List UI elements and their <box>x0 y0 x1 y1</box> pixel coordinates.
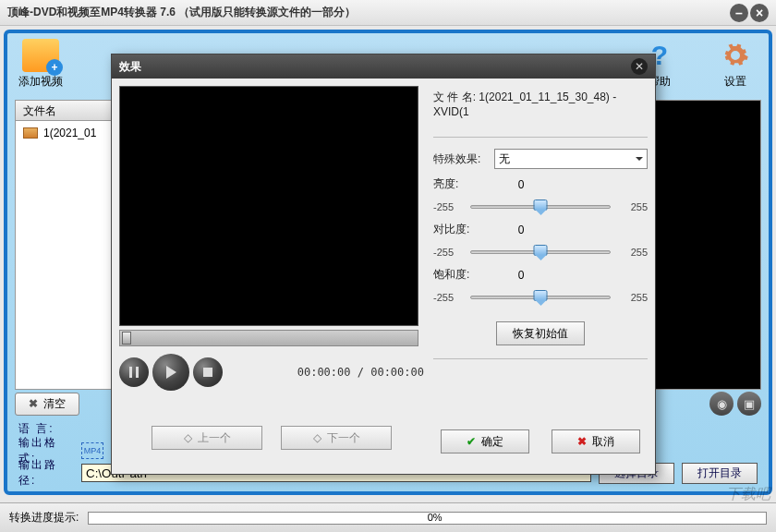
chevron-left-icon: ◇ <box>184 431 192 444</box>
effect-value: 无 <box>499 151 510 167</box>
chevron-right-icon: ◇ <box>313 431 321 444</box>
play-icon <box>164 365 178 380</box>
reset-label: 恢复初始值 <box>513 326 568 342</box>
progress-percent: 0% <box>428 512 443 523</box>
x-icon: ✖ <box>577 435 587 448</box>
dialog-file-info: 文 件 名: 1(2021_01_11_15_30_48) - XVID(1 <box>433 90 648 118</box>
brightness-max: 255 <box>616 201 648 212</box>
svg-marker-2 <box>166 366 176 379</box>
settings-label: 设置 <box>724 74 746 90</box>
ok-label: 确定 <box>481 434 503 450</box>
saturation-thumb[interactable] <box>534 290 548 305</box>
cancel-label: 取消 <box>592 434 614 450</box>
prev-button[interactable]: ◇ 上一个 <box>152 426 262 450</box>
brightness-value: 0 <box>494 178 548 191</box>
file-name: 1(2021_01 <box>43 127 96 139</box>
saturation-max: 255 <box>616 292 648 303</box>
dialog-preview-pane: 00:00:00 / 00:00:00 ◇ 上一个 ◇ 下一个 <box>119 86 424 466</box>
path-label: 输出路径: <box>18 457 74 489</box>
seek-thumb[interactable] <box>122 332 131 345</box>
brightness-label: 亮度: <box>433 176 494 192</box>
stop-icon <box>202 367 213 378</box>
pause-icon <box>128 367 139 378</box>
stop-button[interactable] <box>193 357 223 387</box>
dialog-settings-pane: 文 件 名: 1(2021_01_11_15_30_48) - XVID(1 特… <box>424 86 648 466</box>
contrast-label: 对比度: <box>433 222 494 237</box>
titlebar: 顶峰-DVD和视频至MP4转换器 7.6 （试用版只能转换源文件的一部分） – … <box>0 0 776 26</box>
x-icon: ✖ <box>29 397 38 410</box>
saturation-value: 0 <box>494 269 548 282</box>
divider <box>433 358 648 359</box>
play-button[interactable] <box>152 354 189 391</box>
reset-button[interactable]: 恢复初始值 <box>496 321 585 345</box>
gear-icon <box>721 42 749 69</box>
add-video-label: 添加视频 <box>18 74 63 90</box>
contrast-value: 0 <box>494 224 548 236</box>
snapshot-button[interactable]: ◉ <box>709 392 734 416</box>
contrast-thumb[interactable] <box>534 245 548 260</box>
open-folder-button[interactable]: ▣ <box>737 392 761 416</box>
window-title: 顶峰-DVD和视频至MP4转换器 7.6 （试用版只能转换源文件的一部分） <box>7 5 730 20</box>
settings-button[interactable]: 设置 <box>713 39 758 90</box>
brightness-min: -255 <box>433 201 465 212</box>
svg-rect-0 <box>129 367 132 378</box>
language-label: 语 言: <box>18 421 74 437</box>
seek-slider[interactable] <box>119 330 418 346</box>
clear-label: 清空 <box>43 396 66 412</box>
brightness-slider[interactable] <box>470 205 611 209</box>
contrast-slider[interactable] <box>470 250 611 254</box>
add-video-button[interactable]: + 添加视频 <box>18 39 63 90</box>
svg-rect-1 <box>136 367 139 378</box>
playback-controls: 00:00:00 / 00:00:00 <box>119 354 424 391</box>
playback-time: 00:00:00 / 00:00:00 <box>297 366 424 379</box>
brightness-thumb[interactable] <box>534 200 548 214</box>
check-icon: ✔ <box>467 435 476 448</box>
effect-label: 特殊效果: <box>433 151 494 167</box>
prev-label: 上一个 <box>198 430 231 446</box>
effect-preview <box>119 86 418 326</box>
dialog-title: 效果 <box>119 59 631 75</box>
cancel-button[interactable]: ✖ 取消 <box>552 429 640 453</box>
minimize-button[interactable]: – <box>730 4 748 22</box>
progress-label: 转换进度提示: <box>9 510 79 526</box>
effect-select[interactable]: 无 <box>494 149 648 169</box>
dialog-titlebar: 效果 ✕ <box>112 54 655 79</box>
video-file-icon <box>23 127 38 139</box>
close-button[interactable]: × <box>750 4 769 22</box>
saturation-label: 饱和度: <box>433 267 494 283</box>
file-label: 文 件 名: <box>433 91 476 103</box>
status-bar: 转换进度提示: 0% <box>0 502 776 532</box>
next-label: 下一个 <box>327 430 360 446</box>
dialog-close-button[interactable]: ✕ <box>631 58 648 75</box>
effects-dialog: 效果 ✕ 00:00:00 / 00:00:00 ◇ 上一个 ◇ <box>111 54 656 475</box>
open-dir-button[interactable]: 打开目录 <box>682 463 758 484</box>
progress-bar: 0% <box>88 512 767 525</box>
mp4-icon: MP4 <box>81 442 103 459</box>
svg-rect-3 <box>203 368 212 377</box>
next-button[interactable]: ◇ 下一个 <box>281 426 392 450</box>
pause-button[interactable] <box>119 357 149 387</box>
contrast-min: -255 <box>433 247 465 258</box>
saturation-slider[interactable] <box>470 296 611 299</box>
clear-button[interactable]: ✖ 清空 <box>15 393 79 416</box>
saturation-min: -255 <box>433 292 465 303</box>
watermark: 下载吧 <box>726 485 770 504</box>
contrast-max: 255 <box>616 247 648 258</box>
ok-button[interactable]: ✔ 确定 <box>441 429 529 453</box>
divider <box>433 137 648 138</box>
